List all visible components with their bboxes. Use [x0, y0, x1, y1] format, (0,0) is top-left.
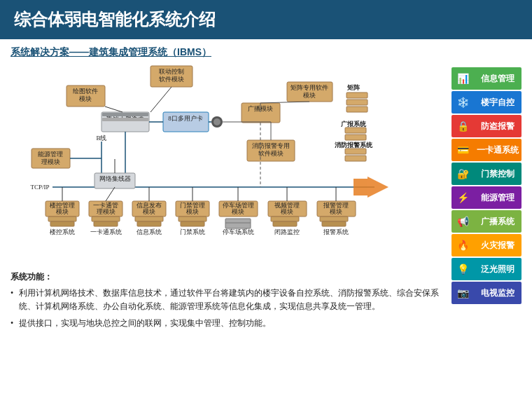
page-title: 综合体弱电智能化系统介绍: [14, 8, 216, 31]
svg-rect-8: [102, 113, 148, 116]
svg-text:矩阵: 矩阵: [346, 84, 360, 91]
svg-text:B线: B线: [96, 135, 106, 142]
svg-rect-65: [135, 217, 163, 221]
svg-text:软件模块: 软件模块: [159, 76, 184, 83]
svg-rect-25: [346, 107, 368, 112]
svg-rect-23: [346, 92, 368, 98]
svg-text:TCP/IP: TCP/IP: [30, 184, 49, 191]
svg-text:绘图软件: 绘图软件: [73, 88, 98, 95]
sidebar-icon-1: ❄️: [451, 91, 474, 114]
svg-marker-48: [368, 177, 388, 198]
svg-line-61: [106, 187, 115, 201]
svg-text:模块: 模块: [186, 208, 199, 215]
svg-text:闭路监控: 闭路监控: [274, 228, 300, 235]
func-item-1: 利用计算机网络技术、数据库信息技术，通过软件平台将建筑内的楼宇设备自控系统、消防…: [10, 287, 444, 313]
svg-rect-84: [273, 221, 297, 226]
svg-text:软件模块: 软件模块: [258, 150, 284, 157]
func-item-2: 提供接口，实现与地块总控之间的联网，实现集中管理、控制功能。: [10, 317, 444, 330]
svg-text:理模块: 理模块: [41, 158, 60, 165]
sidebar-icon-7: 🔥: [451, 234, 474, 256]
svg-rect-83: [271, 217, 299, 221]
sidebar-icon-8: 💡: [451, 258, 474, 280]
sidebar-icon-4: 🔐: [451, 163, 474, 185]
svg-rect-49: [354, 179, 368, 195]
svg-text:联动控制: 联动控制: [159, 68, 184, 75]
svg-rect-27: [345, 128, 366, 133]
system-functions: 系统功能： 利用计算机网络技术、数据库信息技术，通过软件平台将建筑内的楼宇设备自…: [10, 270, 444, 330]
svg-text:模块: 模块: [303, 92, 316, 99]
sidebar-label-3: 一卡通系统: [474, 139, 522, 161]
svg-text:楼控系统: 楼控系统: [50, 228, 75, 235]
sidebar-item-5[interactable]: ⚡能源管理: [451, 186, 522, 209]
header: 综合体弱电智能化系统介绍: [0, 0, 532, 39]
svg-rect-59: [92, 217, 120, 221]
sidebar-item-9[interactable]: 📷电视监控: [451, 282, 522, 304]
sidebar-label-0: 信息管理: [474, 67, 522, 90]
svg-point-16: [214, 118, 220, 125]
sidebar-icon-0: 📊: [451, 67, 474, 90]
svg-rect-9: [102, 118, 148, 121]
architecture-diagram: .box { fill: #d4a96a; stroke: #a0784a; s…: [10, 64, 444, 268]
svg-rect-90: [322, 221, 346, 226]
sidebar-label-9: 电视监控: [474, 282, 522, 304]
svg-rect-60: [94, 221, 118, 226]
diagram-svg: .box { fill: #d4a96a; stroke: #a0784a; s…: [10, 64, 444, 268]
sidebar-item-1[interactable]: ❄️楼宇自控: [451, 91, 522, 114]
sidebar-item-3[interactable]: 💳一卡通系统: [451, 139, 522, 161]
func-title: 系统功能：: [10, 270, 444, 284]
sidebar-label-7: 火灾报警: [474, 234, 522, 256]
sidebar-item-4[interactable]: 🔐门禁控制: [451, 163, 522, 185]
svg-text:能源管理: 能源管理: [38, 151, 63, 158]
sidebar-icon-3: 💳: [451, 139, 474, 161]
sidebar-label-6: 广播系统: [474, 210, 522, 233]
svg-text:模块: 模块: [79, 95, 92, 102]
svg-rect-66: [137, 221, 161, 226]
left-panel: 系统解决方案——建筑集成管理系统（IBMS） .box { fill: #d4a…: [10, 46, 444, 333]
svg-rect-24: [346, 99, 368, 105]
svg-line-100: [260, 102, 309, 103]
sidebar-item-0[interactable]: 📊信息管理: [451, 67, 522, 90]
sidebar-item-6[interactable]: 📢广播系统: [451, 210, 522, 233]
svg-rect-72: [181, 221, 204, 226]
sidebar-item-8[interactable]: 💡泛光照明: [451, 258, 522, 280]
svg-text:消防报警专用: 消防报警专用: [252, 142, 290, 149]
svg-text:消防报警系统: 消防报警系统: [335, 142, 373, 149]
sidebar-label-1: 楼宇自控: [474, 91, 522, 114]
svg-text:模块: 模块: [330, 208, 342, 215]
sidebar-icon-2: 🔒: [451, 115, 474, 137]
sidebar-icon-9: 📷: [451, 282, 474, 304]
svg-text:模块: 模块: [143, 208, 155, 215]
right-sidebar: 📊信息管理❄️楼宇自控🔒防盗报警💳一卡通系统🔐门禁控制⚡能源管理📢广播系统🔥火灾…: [451, 67, 522, 333]
svg-text:模块: 模块: [281, 208, 293, 215]
sidebar-icon-6: 📢: [451, 210, 474, 233]
svg-rect-54: [50, 221, 74, 226]
svg-rect-77: [225, 219, 251, 228]
svg-text:信息系统: 信息系统: [136, 228, 162, 235]
svg-rect-53: [48, 217, 76, 221]
svg-rect-71: [178, 217, 206, 221]
svg-rect-28: [345, 135, 366, 140]
svg-text:报警系统: 报警系统: [323, 228, 349, 235]
svg-text:模块: 模块: [232, 208, 244, 215]
sidebar-icon-5: ⚡: [451, 186, 474, 209]
sidebar-label-5: 能源管理: [474, 186, 522, 209]
sidebar-item-2[interactable]: 🔒防盗报警: [451, 115, 522, 137]
sidebar-label-8: 泛光照明: [474, 258, 522, 280]
svg-rect-89: [320, 217, 348, 221]
svg-text:一卡通系统: 一卡通系统: [90, 228, 122, 235]
svg-text:网络集线器: 网络集线器: [99, 175, 131, 182]
sidebar-label-2: 防盗报警: [474, 115, 522, 137]
section-title: 系统解决方案——建筑集成管理系统（IBMS）: [10, 46, 444, 59]
svg-text:模块: 模块: [56, 208, 69, 215]
svg-rect-33: [345, 149, 366, 154]
main-content: 系统解决方案——建筑集成管理系统（IBMS） .box { fill: #d4a…: [0, 39, 532, 340]
func-list: 利用计算机网络技术、数据库信息技术，通过软件平台将建筑内的楼宇设备自控系统、消防…: [10, 287, 444, 330]
svg-text:8口多用户卡: 8口多用户卡: [168, 115, 203, 122]
svg-text:理模块: 理模块: [97, 208, 115, 215]
svg-line-36: [105, 107, 122, 112]
svg-text:停车场系统: 停车场系统: [223, 228, 254, 235]
svg-line-35: [150, 87, 172, 112]
svg-text:矩阵专用软件: 矩阵专用软件: [290, 84, 328, 91]
sidebar-item-7[interactable]: 🔥火灾报警: [451, 234, 522, 256]
svg-text:门禁系统: 门禁系统: [180, 228, 205, 235]
